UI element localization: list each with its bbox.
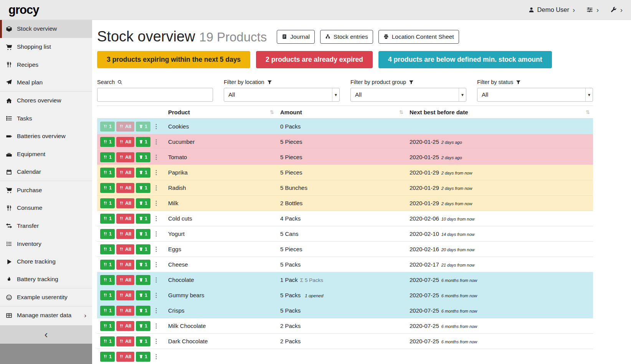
product-group-filter-select[interactable]: All ▼ — [350, 88, 466, 102]
sidebar-item-stock-overview[interactable]: Stock overview — [0, 20, 92, 38]
app-logo[interactable]: grocy — [8, 3, 39, 17]
consume-one-button[interactable]: 1 — [100, 260, 115, 270]
search-input[interactable] — [97, 88, 213, 102]
location-filter-select[interactable]: All ▼ — [224, 88, 340, 102]
sidebar-item-purchase[interactable]: Purchase — [0, 181, 92, 199]
open-one-button[interactable]: 1 — [136, 336, 150, 346]
open-one-button[interactable]: 1 — [136, 260, 150, 270]
row-menu-button[interactable]: ⋮ — [152, 168, 160, 178]
consume-all-button[interactable]: All — [116, 214, 134, 224]
column-header-next-best-before-date[interactable]: Next best before date⇅ — [406, 106, 593, 119]
consume-all-button[interactable]: All — [116, 321, 134, 331]
consume-all-button[interactable]: All — [116, 137, 134, 147]
sidebar-item-equipment[interactable]: Equipment — [0, 145, 92, 163]
row-menu-button[interactable]: ⋮ — [152, 122, 160, 132]
stock-entries-button[interactable]: Stock entries — [320, 30, 373, 44]
row-menu-button[interactable]: ⋮ — [152, 198, 160, 208]
consume-all-button[interactable]: All — [116, 336, 134, 346]
admin-menu[interactable]: › — [610, 7, 623, 13]
below-min-stock-alert[interactable]: 4 products are below defined min. stock … — [378, 51, 552, 68]
consume-one-button[interactable]: 1 — [100, 137, 115, 147]
open-one-button[interactable]: 1 — [136, 290, 150, 300]
consume-one-button[interactable]: 1 — [100, 122, 115, 132]
status-filter-select[interactable]: All ▼ — [477, 88, 593, 102]
row-menu-button[interactable]: ⋮ — [152, 275, 160, 285]
open-one-button[interactable]: 1 — [136, 352, 150, 362]
sidebar-item-meal-plan[interactable]: Meal plan — [0, 74, 92, 92]
open-one-button[interactable]: 1 — [136, 198, 150, 208]
sidebar-item-example-userentity[interactable]: Example userentity — [0, 288, 92, 306]
sidebar-item-recipes[interactable]: Recipes — [0, 56, 92, 74]
consume-one-button[interactable]: 1 — [100, 229, 115, 239]
consume-one-button[interactable]: 1 — [100, 352, 115, 362]
open-one-button[interactable]: 1 — [136, 244, 150, 254]
sidebar-collapse-button[interactable]: ‹ — [0, 325, 92, 344]
row-menu-button[interactable]: ⋮ — [152, 290, 160, 300]
column-header-product[interactable]: Product⇅ — [165, 106, 277, 119]
row-menu-button[interactable]: ⋮ — [152, 260, 160, 270]
consume-one-button[interactable]: 1 — [100, 152, 115, 162]
location-content-sheet-button[interactable]: Location Content Sheet — [378, 30, 459, 44]
expired-alert[interactable]: 2 products are already expired — [256, 51, 373, 68]
consume-all-button[interactable]: All — [116, 122, 134, 132]
consume-one-button[interactable]: 1 — [100, 214, 115, 224]
row-menu-button[interactable]: ⋮ — [152, 336, 160, 346]
sidebar-item-chore-tracking[interactable]: Chore tracking — [0, 253, 92, 271]
consume-all-button[interactable]: All — [116, 306, 134, 316]
sidebar-item-calendar[interactable]: Calendar — [0, 163, 92, 181]
consume-all-button[interactable]: All — [116, 168, 134, 178]
open-one-button[interactable]: 1 — [136, 214, 150, 224]
consume-one-button[interactable]: 1 — [100, 168, 115, 178]
sidebar-item-tasks[interactable]: Tasks — [0, 109, 92, 127]
open-one-button[interactable]: 1 — [136, 229, 150, 239]
open-one-button[interactable]: 1 — [136, 306, 150, 316]
consume-all-button[interactable]: All — [116, 183, 134, 193]
sort-icon[interactable]: ⇅ — [399, 109, 403, 115]
sort-icon[interactable]: ⇅ — [270, 109, 274, 115]
consume-one-button[interactable]: 1 — [100, 321, 115, 331]
consume-one-button[interactable]: 1 — [100, 183, 115, 193]
row-menu-button[interactable]: ⋮ — [152, 214, 160, 224]
row-menu-button[interactable]: ⋮ — [152, 229, 160, 239]
open-one-button[interactable]: 1 — [136, 183, 150, 193]
sidebar-item-chores-overview[interactable]: Chores overview — [0, 92, 92, 110]
sidebar-item-transfer[interactable]: Transfer — [0, 217, 92, 235]
sidebar-item-shopping-list[interactable]: Shopping list — [0, 38, 92, 56]
consume-all-button[interactable]: All — [116, 275, 134, 285]
consume-all-button[interactable]: All — [116, 244, 134, 254]
row-menu-button[interactable]: ⋮ — [152, 137, 160, 147]
open-one-button[interactable]: 1 — [136, 122, 150, 132]
open-one-button[interactable]: 1 — [136, 275, 150, 285]
sidebar-item-manage-master-data[interactable]: Manage master data › — [0, 306, 92, 324]
consume-one-button[interactable]: 1 — [100, 306, 115, 316]
consume-all-button[interactable]: All — [116, 260, 134, 270]
sidebar-item-consume[interactable]: Consume — [0, 199, 92, 217]
user-menu[interactable]: Demo User › — [528, 6, 575, 13]
open-one-button[interactable]: 1 — [136, 137, 150, 147]
row-menu-button[interactable]: ⋮ — [152, 183, 160, 193]
consume-all-button[interactable]: All — [116, 290, 134, 300]
sidebar-item-battery-tracking[interactable]: Battery tracking — [0, 271, 92, 289]
open-one-button[interactable]: 1 — [136, 152, 150, 162]
row-menu-button[interactable]: ⋮ — [152, 306, 160, 316]
column-header-amount[interactable]: Amount⇅ — [277, 106, 406, 119]
consume-all-button[interactable]: All — [116, 229, 134, 239]
row-menu-button[interactable]: ⋮ — [152, 321, 160, 331]
consume-one-button[interactable]: 1 — [100, 290, 115, 300]
consume-all-button[interactable]: All — [116, 198, 134, 208]
consume-one-button[interactable]: 1 — [100, 244, 115, 254]
sort-icon[interactable]: ⇅ — [586, 109, 590, 115]
open-one-button[interactable]: 1 — [136, 168, 150, 178]
row-menu-button[interactable]: ⋮ — [152, 352, 160, 362]
sidebar-item-inventory[interactable]: Inventory — [0, 235, 92, 253]
open-one-button[interactable]: 1 — [136, 321, 150, 331]
consume-all-button[interactable]: All — [116, 152, 134, 162]
settings-menu[interactable]: › — [586, 7, 599, 13]
row-menu-button[interactable]: ⋮ — [152, 244, 160, 254]
journal-button[interactable]: Journal — [277, 30, 315, 44]
consume-one-button[interactable]: 1 — [100, 336, 115, 346]
sidebar-item-batteries-overview[interactable]: Batteries overview — [0, 127, 92, 145]
consume-one-button[interactable]: 1 — [100, 198, 115, 208]
row-menu-button[interactable]: ⋮ — [152, 152, 160, 162]
consume-one-button[interactable]: 1 — [100, 275, 115, 285]
